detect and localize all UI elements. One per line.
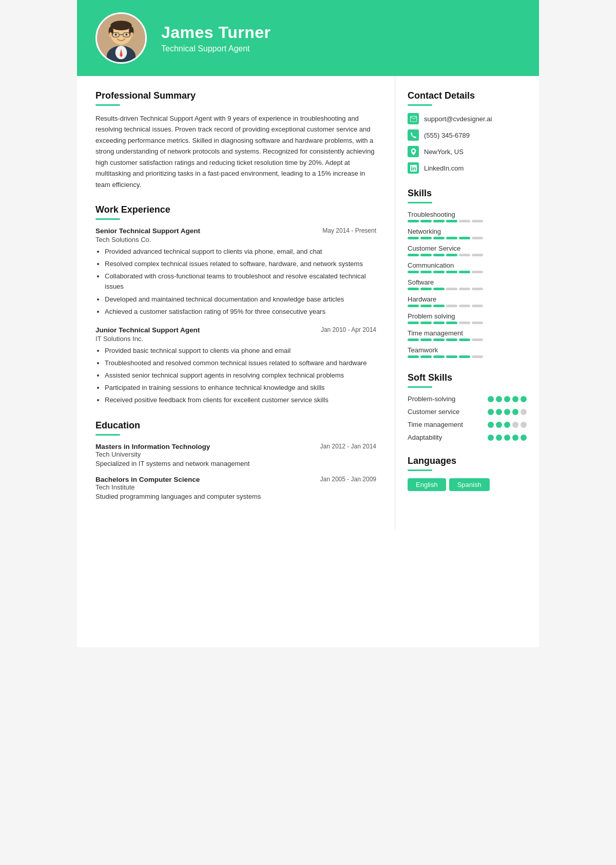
skill-bar: [408, 305, 527, 307]
soft-skills-section: Soft Skills Problem-solving Customer ser…: [408, 372, 527, 441]
skills-title: Skills: [408, 188, 527, 199]
skill-bar: [408, 288, 527, 290]
skill-bar: [408, 355, 527, 358]
skill-name: Customer Service: [408, 245, 527, 252]
work-experience-section: Work Experience Senior Technical Support…: [95, 204, 376, 406]
skill-bar-segment: [408, 355, 419, 358]
skill-bar-segment: [472, 355, 483, 358]
skill-bar-segment: [472, 305, 483, 307]
location-icon: [408, 146, 419, 157]
education-divider: [95, 434, 120, 436]
dot: [488, 396, 494, 402]
left-column: Professional Summary Results-driven Tech…: [77, 76, 395, 529]
skill-bar: [408, 237, 527, 239]
email-value: support@cvdesigner.ai: [424, 115, 492, 123]
skill-name: Troubleshooting: [408, 211, 527, 218]
soft-skill-item: Time management: [408, 421, 527, 428]
skill-bar-segment: [420, 339, 432, 341]
right-column: Contact Details support@cvdesigner.ai (5…: [395, 76, 539, 529]
skill-item: Problem solving: [408, 312, 527, 324]
work-title: Work Experience: [95, 204, 376, 215]
avatar: [95, 12, 147, 64]
skill-bar-segment: [446, 271, 457, 273]
skill-bar-segment: [420, 220, 432, 222]
linkedin-value: LinkedIn.com: [424, 164, 464, 172]
skill-bar-segment: [433, 271, 445, 273]
job-item-1: Junior Technical Support Agent Jan 2010 …: [95, 326, 376, 406]
language-tag: English: [408, 478, 446, 491]
header-section: James Turner Technical Support Agent: [77, 0, 539, 76]
skill-bar-segment: [408, 339, 419, 341]
bullet: Troubleshooted and resolved common techn…: [105, 358, 376, 368]
skill-bar-segment: [408, 220, 419, 222]
skill-bar-segment: [472, 288, 483, 290]
dot: [496, 422, 502, 428]
skills-section: Skills Troubleshooting Networking Custom…: [408, 188, 527, 358]
contact-email: support@cvdesigner.ai: [408, 113, 527, 124]
dot: [496, 396, 502, 402]
bullet: Provided basic technical support to clie…: [105, 346, 376, 356]
skill-bar: [408, 339, 527, 341]
languages-list: EnglishSpanish: [408, 478, 527, 491]
dot: [521, 396, 527, 402]
dot: [496, 435, 502, 441]
summary-text: Results-driven Technical Support Agent w…: [95, 113, 376, 190]
phone-value: (555) 345-6789: [424, 131, 470, 139]
skill-item: Time management: [408, 329, 527, 341]
skill-bar: [408, 254, 527, 256]
dot: [488, 409, 494, 415]
skill-bar-segment: [420, 305, 432, 307]
soft-skill-item: Problem-solving: [408, 395, 527, 403]
skill-item: Communication: [408, 261, 527, 273]
skill-bar-segment: [472, 254, 483, 256]
svg-point-5: [110, 21, 131, 30]
skill-bar-segment: [446, 254, 457, 256]
skill-bar-segment: [420, 254, 432, 256]
edu-dates-1: Jan 2005 - Jan 2009: [320, 476, 376, 483]
skill-bar-segment: [408, 305, 419, 307]
dot: [504, 435, 510, 441]
person-name: James Turner: [161, 23, 271, 42]
edu-item-0: Masters in Information Technology Jan 20…: [95, 443, 376, 467]
languages-section: Languages EnglishSpanish: [408, 456, 527, 491]
skill-item: Teamwork: [408, 346, 527, 358]
linkedin-icon: [408, 162, 419, 174]
dot: [504, 396, 510, 402]
skill-bar-segment: [459, 305, 470, 307]
skill-bar-segment: [459, 220, 470, 222]
soft-skills-divider: [408, 386, 432, 388]
soft-skill-item: Adaptability: [408, 434, 527, 441]
skill-bar-segment: [472, 339, 483, 341]
skill-name: Communication: [408, 261, 527, 269]
skill-bar-segment: [446, 305, 457, 307]
skill-bar-segment: [446, 220, 457, 222]
job-bullets-1: Provided basic technical support to clie…: [95, 346, 376, 406]
contact-location: NewYork, US: [408, 146, 527, 157]
edu-school-0: Tech University: [95, 450, 376, 458]
dots-row: [488, 435, 527, 441]
skill-item: Hardware: [408, 295, 527, 307]
bullet: Resolved complex technical issues relate…: [105, 259, 376, 269]
skill-item: Troubleshooting: [408, 211, 527, 222]
skill-bar-segment: [472, 271, 483, 273]
skill-name: Networking: [408, 228, 527, 235]
skill-name: Hardware: [408, 295, 527, 303]
dot: [504, 409, 510, 415]
skill-name: Problem solving: [408, 312, 527, 320]
contact-section: Contact Details support@cvdesigner.ai (5…: [408, 90, 527, 174]
dot: [512, 396, 518, 402]
soft-skill-name: Time management: [408, 421, 463, 428]
skill-bar-segment: [433, 355, 445, 358]
dot: [521, 435, 527, 441]
contact-title: Contact Details: [408, 90, 527, 101]
edu-header-0: Masters in Information Technology Jan 20…: [95, 443, 376, 450]
soft-skill-item: Customer service: [408, 408, 527, 416]
soft-skill-name: Customer service: [408, 408, 459, 416]
edu-header-1: Bachelors in Computer Science Jan 2005 -…: [95, 476, 376, 483]
edu-item-1: Bachelors in Computer Science Jan 2005 -…: [95, 476, 376, 500]
skill-item: Customer Service: [408, 245, 527, 256]
body-section: Professional Summary Results-driven Tech…: [77, 76, 539, 529]
skill-bar-segment: [420, 322, 432, 324]
header-text-block: James Turner Technical Support Agent: [161, 23, 271, 53]
svg-point-14: [130, 32, 133, 37]
